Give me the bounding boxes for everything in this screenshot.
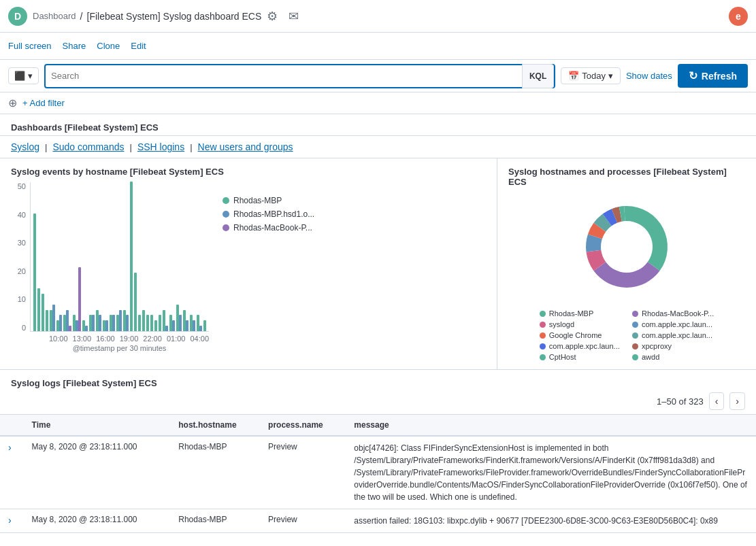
bar-purple bbox=[99, 315, 101, 331]
bar-green bbox=[37, 288, 40, 331]
filter-type-button[interactable]: ⬛ ▾ bbox=[8, 67, 39, 84]
charts-row: Syslog events by hostname [Filebeat Syst… bbox=[0, 158, 756, 370]
chart-caption: @timestamp per 30 minutes bbox=[30, 344, 209, 352]
bar-group bbox=[33, 214, 36, 331]
nav-sep-1: | bbox=[45, 142, 47, 152]
donut-label: syslogd bbox=[549, 320, 574, 328]
donut-segment bbox=[627, 206, 668, 271]
breadcrumb-home[interactable]: Dashboard bbox=[33, 11, 76, 21]
pagination-next-button[interactable]: › bbox=[729, 392, 745, 410]
bar-group bbox=[42, 294, 44, 331]
time-chevron: ▾ bbox=[608, 71, 613, 81]
bar-dark-purple bbox=[69, 326, 71, 331]
bar-green bbox=[159, 315, 161, 331]
search-input[interactable] bbox=[46, 71, 522, 81]
col-header-message[interactable]: message bbox=[346, 415, 756, 436]
bar-purple bbox=[126, 315, 129, 331]
kql-button[interactable]: KQL bbox=[522, 64, 554, 88]
donut-legend-item: awdd bbox=[632, 353, 714, 361]
calendar-icon: 📅 bbox=[568, 71, 579, 81]
fullscreen-link[interactable]: Full screen bbox=[8, 41, 52, 51]
donut-legend-item: com.apple.xpc.laun... bbox=[632, 331, 714, 339]
time-selector-button[interactable]: 📅 Today ▾ bbox=[561, 67, 621, 84]
breadcrumb: Dashboard / [Filebeat System] Syslog das… bbox=[33, 11, 261, 22]
donut-label: Rhodas-MacBook-P... bbox=[642, 309, 714, 318]
bar-group bbox=[159, 315, 161, 331]
donut-legend-item: syslogd bbox=[540, 320, 621, 328]
nav-sep-3: | bbox=[190, 142, 192, 152]
bar-green bbox=[146, 315, 149, 331]
row-expand-button[interactable]: › bbox=[8, 442, 12, 453]
topbar: D Dashboard / [Filebeat System] Syslog d… bbox=[0, 0, 756, 33]
legend-label: Rhodas-MBP bbox=[233, 196, 282, 205]
donut-dot bbox=[540, 354, 546, 360]
col-header-process[interactable]: process.name bbox=[260, 415, 346, 436]
x-labels: 10:0013:0016:0019:0022:0001:0004:00 bbox=[30, 335, 209, 343]
refresh-button[interactable]: ↻ Refresh bbox=[678, 64, 748, 88]
breadcrumb-sep: / bbox=[80, 11, 83, 22]
bar-group bbox=[142, 310, 145, 331]
bar-group bbox=[146, 315, 149, 331]
donut-dot bbox=[632, 343, 638, 349]
col-header-time[interactable]: Time bbox=[24, 415, 171, 436]
bar-group bbox=[176, 305, 182, 331]
time-label: Today bbox=[582, 71, 606, 81]
bar-group bbox=[73, 267, 81, 331]
syslog-hostnames-chart: Syslog hostnames and processes [Filebeat… bbox=[497, 158, 756, 369]
filter-options-button[interactable]: ⊕ bbox=[8, 97, 17, 109]
bar-group bbox=[103, 320, 108, 331]
nav-sudo[interactable]: Sudo commands bbox=[52, 141, 124, 152]
bar-group bbox=[150, 315, 153, 331]
nav-users[interactable]: New users and groups bbox=[198, 141, 293, 152]
donut-dot bbox=[632, 311, 638, 317]
bar-group bbox=[154, 320, 157, 331]
bar-group bbox=[169, 315, 175, 331]
nav-syslog[interactable]: Syslog bbox=[11, 141, 39, 152]
logs-section: Syslog logs [Filebeat System] ECS bbox=[0, 370, 756, 388]
edit-link[interactable]: Edit bbox=[131, 41, 146, 51]
donut-label: xpcproxy bbox=[642, 342, 672, 350]
table-row: › May 8, 2020 @ 23:18:11.000 Rhodas-MBP … bbox=[0, 509, 756, 533]
topbar-icons: ⚙ ✉ bbox=[267, 9, 299, 24]
bar-group bbox=[46, 310, 48, 331]
donut-dot bbox=[632, 322, 638, 328]
chart-legend: Rhodas-MBPRhodas-MBP.hsd1.o...Rhodas-Mac… bbox=[214, 182, 314, 352]
donut-label: com.apple.xpc.laun... bbox=[642, 320, 712, 328]
bar-green bbox=[42, 294, 44, 331]
syslog-events-title: Syslog events by hostname [Filebeat Syst… bbox=[11, 167, 486, 177]
bar-purple bbox=[59, 315, 62, 331]
legend-item: Rhodas-MBP bbox=[223, 196, 314, 205]
pagination-prev-button[interactable]: ‹ bbox=[709, 392, 725, 410]
bar-group bbox=[50, 305, 55, 331]
bar-group bbox=[82, 320, 88, 331]
bar-group bbox=[63, 310, 71, 331]
pagination-bar: 1–50 of 323 ‹ › bbox=[0, 388, 756, 415]
bar-group bbox=[96, 310, 101, 331]
donut-svg bbox=[572, 192, 681, 301]
bar-green bbox=[154, 320, 157, 331]
table-row: › May 8, 2020 @ 23:18:11.000 Rhodas-MBP … bbox=[0, 436, 756, 509]
bar-chart-body bbox=[30, 182, 209, 332]
donut-legend-item: com.apple.xpc.laun... bbox=[632, 320, 714, 328]
mail-icon[interactable]: ✉ bbox=[289, 9, 299, 24]
legend-item: Rhodas-MBP.hsd1.o... bbox=[223, 209, 314, 219]
row-process: Preview bbox=[260, 436, 346, 509]
show-dates-button[interactable]: Show dates bbox=[626, 71, 672, 81]
settings-icon[interactable]: ⚙ bbox=[267, 9, 278, 24]
bar-green bbox=[203, 320, 206, 331]
add-filter-link[interactable]: + Add filter bbox=[22, 98, 65, 108]
donut-dot bbox=[540, 322, 546, 328]
donut-legend-item: Rhodas-MacBook-P... bbox=[632, 309, 714, 318]
share-link[interactable]: Share bbox=[63, 41, 86, 51]
logs-tbody: › May 8, 2020 @ 23:18:11.000 Rhodas-MBP … bbox=[0, 436, 756, 533]
donut-dot bbox=[540, 311, 546, 317]
bar-group bbox=[89, 315, 95, 331]
clone-link[interactable]: Clone bbox=[97, 41, 120, 51]
row-expand-button[interactable]: › bbox=[8, 515, 12, 526]
bar-purple bbox=[52, 305, 55, 331]
donut-dot bbox=[632, 332, 638, 339]
avatar-left: D bbox=[8, 7, 27, 26]
nav-ssh[interactable]: SSH logins bbox=[137, 141, 184, 152]
refresh-label: Refresh bbox=[702, 71, 737, 82]
col-header-hostname[interactable]: host.hostname bbox=[170, 415, 260, 436]
